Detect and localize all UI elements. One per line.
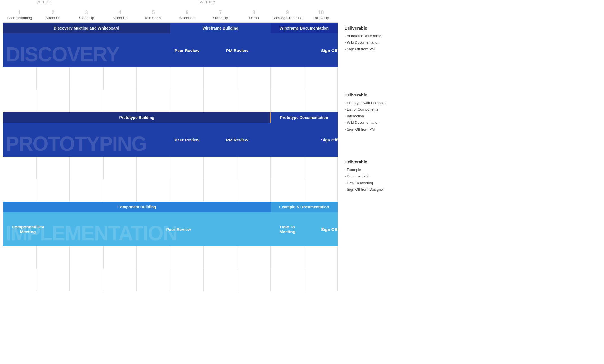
- day-number-1: 1: [3, 10, 36, 15]
- spacer-vline-8: [271, 246, 271, 269]
- spacer-vline-9: [304, 157, 304, 179]
- day-number-2: 2: [36, 10, 70, 15]
- week1-label: WEEK 1: [37, 0, 52, 4]
- discovery-activity-row: DISCOVERYPeer ReviewPM ReviewSign Off: [3, 33, 338, 67]
- spacer-vline-3: [103, 157, 104, 179]
- phase-prototyping: Prototype BuildingPrototype Documentatio…: [3, 112, 338, 202]
- day-col-8: 8Demo: [237, 10, 271, 20]
- week2-label: WEEK 2: [200, 0, 215, 4]
- discovery-bar-segment-0: Discovery Meeting and Whiteboard: [3, 23, 170, 33]
- prototyping-activity-1: PM Review: [204, 123, 271, 157]
- prototyping-bar-segment-1: Prototype Documentation: [271, 112, 338, 123]
- discovery-activity-1: PM Review: [204, 33, 271, 67]
- prototyping-deliverable-title: Deliverable: [345, 93, 428, 97]
- day-col-10: 10Follow Up: [304, 10, 338, 20]
- day-number-4: 4: [103, 10, 137, 15]
- discovery-deliverable-item-0: - Annotated Wireframe: [345, 33, 428, 39]
- deliverables-column: Deliverable- Annotated Wireframe- Wiki D…: [338, 23, 428, 291]
- discovery-bar-segment-2: Wireframe Documentation: [271, 23, 338, 33]
- discovery-bar-segment-1: Wireframe Building: [170, 23, 271, 33]
- phase-discovery: Discovery Meeting and WhiteboardWirefram…: [3, 23, 338, 112]
- day-name-10: Follow Up: [304, 16, 338, 20]
- day-name-7: Stand Up: [204, 16, 237, 20]
- implementation-deliverable-item-2: - How To meeting: [345, 180, 428, 186]
- prototyping-deliverable-item-2: - Interaction: [345, 113, 428, 119]
- prototyping-deliverable-panel: Deliverable- Prototype with Hotspots- Li…: [338, 90, 428, 157]
- day-number-5: 5: [137, 10, 170, 15]
- day-col-5: 5Mid Sprint: [137, 10, 170, 20]
- spacer-vline-9: [304, 67, 304, 90]
- implementation-activity-row: IMPLEMENTATIONComponent/Dev MeetingPeer …: [3, 212, 338, 246]
- prototyping-spacer: [3, 157, 338, 179]
- day-number-7: 7: [204, 10, 237, 15]
- spacer-vline-9: [304, 246, 304, 269]
- discovery-spacer: [3, 67, 338, 90]
- prototyping-deliverable-item-0: - Prototype with Hotspots: [345, 100, 428, 106]
- spacer-vline-2: [70, 67, 70, 90]
- implementation-activity-2: How To Meeting: [271, 212, 304, 246]
- implementation-activity-3: Sign Off: [304, 212, 338, 246]
- spacer-vline-6: [204, 246, 204, 269]
- day-number-6: 6: [170, 10, 204, 15]
- week-labels-row: WEEK 1 WEEK 2: [3, 0, 338, 10]
- prototyping-deliverable-item-3: - Wiki Documentation: [345, 119, 428, 126]
- implementation-deliverable-item-0: - Example: [345, 167, 428, 173]
- spacer-vline-2: [70, 246, 70, 269]
- day-number-8: 8: [237, 10, 271, 15]
- days-header: 1Sprint Planning2Stand Up3Stand Up4Stand…: [3, 10, 338, 23]
- prototyping-activity-2: Sign Off: [304, 123, 338, 157]
- spacer-vline-6: [204, 67, 204, 90]
- spacer-vline-7: [237, 67, 237, 90]
- spacer-vline-3: [103, 67, 104, 90]
- day-name-6: Stand Up: [170, 16, 204, 20]
- spacer-vline-3: [103, 246, 104, 269]
- prototyping-bar-segment-0: Prototype Building: [3, 112, 271, 123]
- prototyping-watermark: PROTOTYPING: [6, 132, 147, 155]
- implementation-bar: Component BuildingExample & Documentatio…: [3, 202, 338, 212]
- spacer-vline-2: [70, 157, 70, 179]
- spacer-vline-7: [237, 246, 237, 269]
- spacer-vline-1: [36, 157, 37, 179]
- prototyping-deliverable-item-1: - List of Components: [345, 106, 428, 113]
- discovery-deliverable-panel: Deliverable- Annotated Wireframe- Wiki D…: [338, 23, 428, 90]
- day-number-10: 10: [304, 10, 338, 15]
- spacer-vline-1: [36, 246, 37, 269]
- day-col-9: 9Backlog Grooming: [271, 10, 304, 20]
- day-col-1: 1Sprint Planning: [3, 10, 36, 20]
- implementation-activity-0: Component/Dev Meeting: [3, 212, 53, 246]
- day-name-3: Stand Up: [70, 16, 103, 20]
- prototyping-activity-row: PROTOTYPINGPeer ReviewPM ReviewSign Off: [3, 123, 338, 157]
- discovery-activity-0: Peer Review: [170, 33, 204, 67]
- day-col-6: 6Stand Up: [170, 10, 204, 20]
- day-col-4: 4Stand Up: [103, 10, 137, 20]
- main-content-area: Discovery Meeting and WhiteboardWirefram…: [3, 23, 604, 291]
- implementation-bar-segment-0: Component Building: [3, 202, 271, 212]
- implementation-deliverable-title: Deliverable: [345, 159, 428, 164]
- implementation-bar-segment-1: Example & Documentation: [271, 202, 338, 212]
- discovery-activity-2: Sign Off: [304, 33, 338, 67]
- day-name-8: Demo: [237, 16, 271, 20]
- discovery-deliverable-item-1: - Wiki Documentation: [345, 39, 428, 46]
- day-col-3: 3Stand Up: [70, 10, 103, 20]
- spacer-vline-5: [170, 157, 170, 179]
- day-col-7: 7Stand Up: [204, 10, 237, 20]
- day-name-1: Sprint Planning: [3, 16, 36, 20]
- discovery-deliverable-title: Deliverable: [345, 26, 428, 30]
- spacer-vline-4: [137, 67, 137, 90]
- implementation-deliverable-item-1: - Documentation: [345, 173, 428, 179]
- day-name-2: Stand Up: [36, 16, 70, 20]
- spacer-vline-8: [271, 67, 271, 90]
- implementation-deliverable-panel: Deliverable- Example- Documentation- How…: [338, 157, 428, 224]
- main-container: WEEK 1 WEEK 2 1Sprint Planning2Stand Up3…: [0, 0, 604, 291]
- phase-implementation: Component BuildingExample & Documentatio…: [3, 202, 338, 291]
- implementation-spacer: [3, 246, 338, 269]
- spacer-vline-4: [137, 157, 137, 179]
- day-name-4: Stand Up: [103, 16, 137, 20]
- spacer-vline-1: [36, 67, 37, 90]
- discovery-deliverable-item-2: - Sign Off from PM: [345, 46, 428, 52]
- timeline: Discovery Meeting and WhiteboardWirefram…: [3, 23, 338, 291]
- discovery-watermark: DISCOVERY: [6, 43, 119, 66]
- prototyping-activity-0: Peer Review: [170, 123, 204, 157]
- prototyping-bar: Prototype BuildingPrototype Documentatio…: [3, 112, 338, 123]
- spacer-vline-4: [137, 246, 137, 269]
